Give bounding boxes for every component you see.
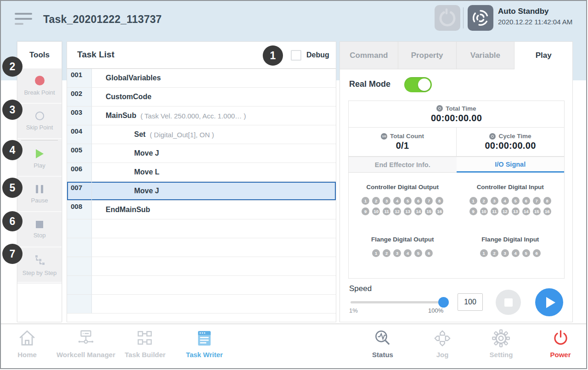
task-row-empty[interactable] [67, 295, 336, 314]
io-pin: 9 [362, 207, 369, 215]
robot-status: Auto Standby 2020.12.22 11:42:04 AM [498, 7, 572, 26]
task-row-detail: ( Digital_Out[1], ON ) [150, 131, 214, 139]
speed-value-field[interactable]: 100 [458, 293, 483, 311]
task-row-command: EndMainSub [106, 206, 150, 214]
nav-task-writer[interactable]: Task Writer [186, 329, 223, 359]
detail-panel: Command Property Variable Play Real Mode… [339, 41, 573, 322]
task-row[interactable]: 007Move J [67, 182, 336, 201]
datetime-label: 2020.12.22 11:42:04 AM [498, 18, 572, 26]
break-point-button[interactable]: Break Point [17, 68, 62, 104]
nav-jog[interactable]: Jog [433, 329, 452, 359]
jog-icon [433, 329, 452, 348]
tab-command[interactable]: Command [340, 42, 398, 69]
total-count-icon: 123 [381, 133, 387, 140]
io-pin: 2 [372, 197, 380, 205]
task-row-number: 008 [67, 201, 92, 219]
io-group: Flange Digital Output 123456 [349, 236, 457, 258]
task-row-number [67, 276, 92, 294]
nav-setting[interactable]: Setting [490, 329, 513, 359]
swirl-icon [468, 5, 493, 31]
step-by-step-button[interactable]: Step by Step [17, 247, 62, 283]
total-time-label: Total Time [446, 105, 476, 112]
cycle-time-icon [489, 133, 496, 140]
task-row[interactable]: 005Move J [67, 144, 336, 163]
real-mode-toggle[interactable] [404, 77, 432, 92]
play-icon [36, 149, 44, 158]
task-row-number: 006 [67, 163, 92, 181]
speed-slider-handle[interactable] [438, 297, 449, 308]
tab-play[interactable]: Play [514, 42, 572, 69]
io-content: Controller Digital Output 12345678910111… [349, 173, 564, 258]
skip-point-button[interactable]: Skip Point [17, 104, 62, 139]
nav-task-builder[interactable]: Task Builder [125, 329, 166, 359]
debug-checkbox[interactable] [291, 50, 301, 61]
io-group: Controller Digital Input 123456789101112… [457, 184, 565, 217]
nav-home[interactable]: Home [17, 329, 37, 359]
toggle-knob [418, 78, 430, 91]
io-pin: 12 [501, 207, 509, 215]
task-row-number: 002 [67, 88, 92, 106]
task-row-command: CustomCode [106, 93, 152, 101]
io-group-label: Flange Digital Input [481, 236, 539, 243]
io-pin: 3 [383, 197, 390, 205]
run-stats: Total Time 00:00:00.00 123 Total Count 0… [348, 101, 565, 157]
io-pin: 2 [383, 249, 390, 257]
stop-run-button[interactable] [496, 290, 521, 315]
io-pin: 5 [522, 249, 530, 257]
speed-slider[interactable] [351, 301, 447, 303]
task-row-empty[interactable] [67, 238, 336, 257]
menu-icon[interactable] [15, 13, 34, 26]
step-by-step-icon [34, 254, 45, 266]
skip-point-icon [35, 112, 44, 120]
play-tool-button[interactable]: Play [17, 141, 62, 177]
task-row[interactable]: 004Set( Digital_Out[1], ON ) [67, 125, 336, 144]
task-row[interactable]: 006Move L [67, 163, 336, 182]
tab-io-signal[interactable]: I/O Signal [457, 157, 565, 173]
nav-status[interactable]: Status [372, 329, 393, 359]
robot-mode-button[interactable] [468, 5, 493, 31]
io-pin: 8 [543, 197, 551, 205]
task-list-panel: Task List Debug 001GlobalVariables002Cus… [67, 41, 336, 322]
task-row[interactable]: 001GlobalVariables [67, 69, 336, 88]
task-row[interactable]: 002CustomCode [67, 88, 336, 107]
task-row[interactable]: 003MainSub( Task Vel. 250.000, Acc. 1.00… [67, 107, 336, 125]
io-pin: 6 [522, 197, 530, 205]
total-count-value: 0/1 [396, 140, 409, 151]
task-row-number: 004 [67, 125, 92, 144]
break-point-label: Break Point [24, 90, 55, 95]
io-pin: 13 [404, 207, 412, 215]
task-row-command: MainSub [106, 112, 136, 120]
io-circles: 123456 [359, 248, 446, 258]
tools-buttons: Break Point Skip Point Play Pause Stop [17, 68, 62, 284]
task-row-empty[interactable] [67, 257, 336, 276]
io-pin: 14 [414, 207, 422, 215]
robot-icon-button[interactable] [435, 5, 460, 31]
tab-property[interactable]: Property [398, 42, 457, 69]
task-row-empty[interactable] [67, 219, 336, 238]
debug-label: Debug [306, 51, 329, 59]
task-row-empty[interactable] [67, 276, 336, 295]
cycle-time-cell: Cycle Time 00:00:00.00 [457, 128, 564, 156]
nav-power[interactable]: Power [550, 329, 571, 359]
tab-variable[interactable]: Variable [457, 42, 515, 69]
cycle-time-value: 00:00:00.00 [485, 140, 536, 151]
tab-end-effector-info[interactable]: End Effector Info. [349, 157, 457, 173]
total-count-cell: 123 Total Count 0/1 [349, 128, 457, 156]
callout-4: 4 [2, 140, 23, 160]
play-run-button[interactable] [535, 288, 563, 316]
io-pin: 4 [501, 197, 509, 205]
callout-3: 3 [2, 100, 23, 120]
tools-title: Tools [17, 42, 62, 68]
pause-label: Pause [31, 197, 48, 203]
stop-tool-button[interactable]: Stop [17, 212, 62, 247]
io-circles: 123456 [467, 248, 554, 258]
io-pin: 1 [362, 197, 369, 205]
task-row[interactable]: 008EndMainSub [67, 201, 336, 219]
callout-5: 5 [2, 178, 23, 198]
nav-workcell-manager-label: Workcell Manager [57, 351, 115, 359]
nav-workcell-manager[interactable]: Workcell Manager [57, 329, 115, 359]
speed-section: Speed 1% 100% 100 [340, 283, 572, 323]
io-pin: 16 [543, 207, 551, 215]
task-row-number: 007 [67, 182, 92, 200]
pause-tool-button[interactable]: Pause [17, 177, 62, 212]
